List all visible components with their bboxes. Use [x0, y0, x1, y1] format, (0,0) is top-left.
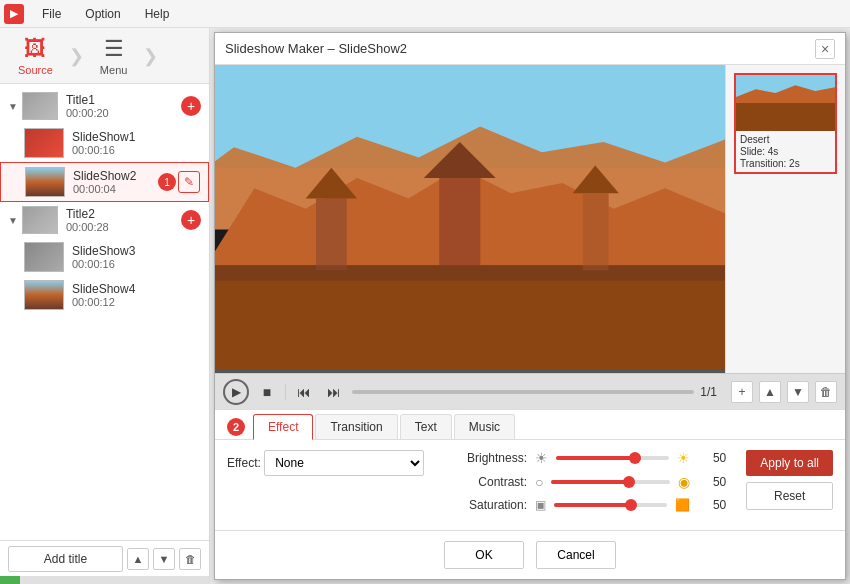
next-button[interactable]: ⏭: [322, 380, 346, 404]
group-thumb-2: [22, 206, 58, 234]
slide-title-4: SlideShow4: [72, 282, 201, 296]
sidebar-progress-fill: [0, 576, 20, 584]
move-slide-up-button[interactable]: ▲: [759, 381, 781, 403]
sidebar-toolbar: 🖼 Source ❯ ☰ Menu ❯: [0, 28, 209, 84]
saturation-slider[interactable]: [554, 503, 667, 507]
saturation-fill: [554, 503, 631, 507]
group-arrow-2: ▼: [8, 215, 18, 226]
group-title-1: Title1: [66, 93, 181, 107]
saturation-icon-left: ▣: [535, 498, 546, 512]
menu-bar: ▶ File Option Help: [0, 0, 850, 28]
group-info-1: Title1 00:00:20: [66, 93, 181, 119]
slide-time-3: 00:00:16: [72, 258, 201, 270]
group-header-title1[interactable]: ▼ Title1 00:00:20 +: [0, 88, 209, 124]
cancel-button[interactable]: Cancel: [536, 541, 616, 569]
add-btn-2[interactable]: +: [181, 210, 201, 230]
slide-thumb-3: [24, 242, 64, 272]
slide-item-3[interactable]: SlideShow3 00:00:16: [0, 238, 209, 276]
app-logo: ▶: [4, 4, 24, 24]
group-time-2: 00:00:28: [66, 221, 181, 233]
move-slide-down-button[interactable]: ▼: [787, 381, 809, 403]
main-content: Slideshow Maker – SlideShow2 ×: [210, 28, 850, 584]
stop-button[interactable]: ■: [255, 380, 279, 404]
slide-item-1[interactable]: SlideShow1 00:00:16: [0, 124, 209, 162]
saturation-label: Saturation:: [447, 498, 527, 512]
prev-button[interactable]: ⏮: [292, 380, 316, 404]
ok-button[interactable]: OK: [444, 541, 524, 569]
menu-label: Menu: [100, 64, 128, 76]
add-btn-1[interactable]: +: [181, 96, 201, 116]
effect-select[interactable]: None: [264, 450, 424, 476]
add-slide-button[interactable]: +: [731, 381, 753, 403]
source-label: Source: [18, 64, 53, 76]
brightness-value: 50: [698, 451, 726, 465]
dialog-titlebar: Slideshow Maker – SlideShow2 ×: [215, 33, 845, 65]
contrast-icon-right: ◉: [678, 474, 690, 490]
tab-text[interactable]: Text: [400, 414, 452, 439]
contrast-icon-left: ○: [535, 474, 543, 490]
content-area: 🖼 Source ❯ ☰ Menu ❯ ▼ Title1 0: [0, 28, 850, 584]
saturation-thumb[interactable]: [625, 499, 637, 511]
page-indicator: 1/1: [700, 385, 717, 399]
effect-panel: 2 Effect Transition Text Music Effect:: [215, 409, 845, 530]
contrast-thumb[interactable]: [623, 476, 635, 488]
slide-info-1: SlideShow1 00:00:16: [72, 130, 201, 156]
brightness-slider[interactable]: [556, 456, 669, 460]
sidebar-nav-source[interactable]: 🖼 Source: [8, 32, 63, 80]
slide-item-selected[interactable]: SlideShow2 00:00:04 1 ✎: [0, 162, 209, 202]
menu-nav-icon: ☰: [104, 36, 124, 62]
svg-rect-9: [583, 193, 609, 270]
sidebar-bottom: Add title ▲ ▼ 🗑: [0, 540, 209, 576]
menu-help[interactable]: Help: [139, 5, 176, 23]
effect-content: Effect: None Brightness: ☀: [215, 440, 845, 530]
slide-thumb-4: [24, 280, 64, 310]
brightness-row: Brightness: ☀ ☀ 50: [447, 450, 726, 466]
slide-title-1: SlideShow1: [72, 130, 201, 144]
contrast-value: 50: [698, 475, 726, 489]
svg-rect-11: [215, 265, 725, 280]
app-window: ▶ File Option Help 🖼 Source ❯ ☰ Menu ❯: [0, 0, 850, 584]
move-down-button[interactable]: ▼: [153, 548, 175, 570]
saturation-value: 50: [698, 498, 726, 512]
tab-music[interactable]: Music: [454, 414, 515, 439]
reset-button[interactable]: Reset: [746, 482, 833, 510]
contrast-fill: [551, 480, 628, 484]
close-button[interactable]: ×: [815, 39, 835, 59]
preview-slide-thumb[interactable]: Desert Slide: 4s Transition: 2s: [734, 73, 837, 174]
sidebar: 🖼 Source ❯ ☰ Menu ❯ ▼ Title1 0: [0, 28, 210, 584]
brightness-thumb[interactable]: [629, 452, 641, 464]
edit-btn[interactable]: ✎: [178, 171, 200, 193]
sidebar-nav-menu[interactable]: ☰ Menu: [90, 32, 138, 80]
tab-effect[interactable]: Effect: [253, 414, 313, 440]
slide-thumb-selected: [25, 167, 65, 197]
slide-info-3: SlideShow3 00:00:16: [72, 244, 201, 270]
dialog-footer: OK Cancel: [215, 530, 845, 579]
step-badge: 2: [227, 418, 245, 436]
slide-item-4[interactable]: SlideShow4 00:00:12: [0, 276, 209, 314]
menu-option[interactable]: Option: [79, 5, 126, 23]
preview-sidebar: Desert Slide: 4s Transition: 2s: [725, 65, 845, 373]
remove-slide-button[interactable]: 🗑: [815, 381, 837, 403]
video-controls: ▶ ■ ⏮ ⏭ 1/1 + ▲ ▼ 🗑: [215, 373, 845, 409]
preview-area: Desert Slide: 4s Transition: 2s: [215, 65, 845, 373]
play-button[interactable]: ▶: [223, 379, 249, 405]
preview-slide-image: [736, 75, 835, 131]
nav-arrow-1: ❯: [69, 45, 84, 67]
menu-file[interactable]: File: [36, 5, 67, 23]
svg-rect-7: [439, 178, 480, 265]
preview-slide-name: Desert: [740, 134, 831, 145]
add-title-button[interactable]: Add title: [8, 546, 123, 572]
group-header-title2[interactable]: ▼ Title2 00:00:28 +: [0, 202, 209, 238]
effect-label: Effect:: [227, 456, 261, 470]
seek-bar[interactable]: [352, 390, 694, 394]
move-up-button[interactable]: ▲: [127, 548, 149, 570]
preview-slide-info: Desert Slide: 4s Transition: 2s: [736, 131, 835, 172]
group-info-2: Title2 00:00:28: [66, 207, 181, 233]
contrast-slider[interactable]: [551, 480, 670, 484]
source-icon: 🖼: [24, 36, 46, 62]
group-time-1: 00:00:20: [66, 107, 181, 119]
brightness-icon-right: ☀: [677, 450, 690, 466]
tab-transition[interactable]: Transition: [315, 414, 397, 439]
apply-all-button[interactable]: Apply to all: [746, 450, 833, 476]
delete-button[interactable]: 🗑: [179, 548, 201, 570]
